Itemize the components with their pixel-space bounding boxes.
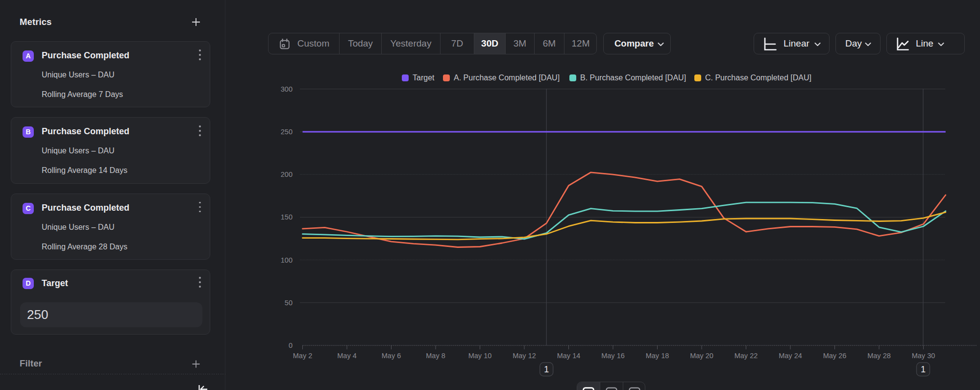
svg-text:100: 100 — [281, 256, 293, 264]
svg-text:May 10: May 10 — [468, 352, 492, 360]
svg-text:1: 1 — [544, 365, 549, 374]
svg-text:May 2: May 2 — [293, 352, 313, 360]
svg-text:May 20: May 20 — [690, 352, 713, 360]
svg-text:May 22: May 22 — [735, 352, 758, 360]
svg-text:May 24: May 24 — [779, 352, 802, 360]
svg-text:1: 1 — [921, 365, 926, 374]
svg-text:May 30: May 30 — [912, 352, 935, 360]
svg-text:May 14: May 14 — [557, 352, 581, 360]
svg-text:200: 200 — [281, 171, 293, 178]
svg-text:May 18: May 18 — [646, 352, 669, 360]
svg-text:May 26: May 26 — [823, 352, 847, 360]
svg-text:May 12: May 12 — [513, 352, 536, 360]
svg-text:150: 150 — [281, 213, 293, 221]
svg-text:300: 300 — [281, 85, 293, 93]
svg-text:0: 0 — [289, 341, 293, 349]
svg-text:May 8: May 8 — [426, 352, 445, 360]
svg-text:May 16: May 16 — [601, 352, 625, 360]
svg-text:50: 50 — [285, 299, 293, 307]
svg-text:May 6: May 6 — [382, 352, 401, 360]
svg-text:May 28: May 28 — [867, 352, 891, 360]
svg-text:250: 250 — [281, 128, 293, 136]
svg-text:May 4: May 4 — [337, 352, 357, 360]
